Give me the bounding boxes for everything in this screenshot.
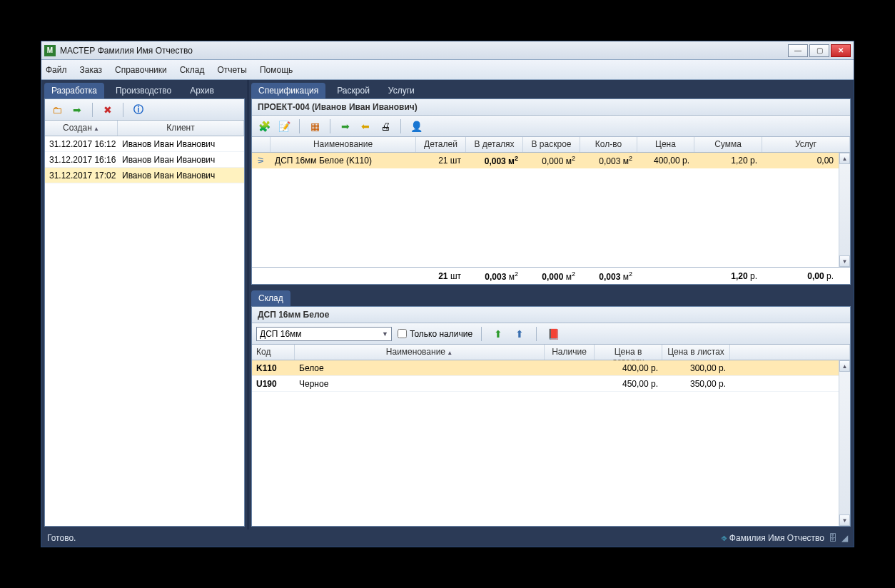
menu-file[interactable]: Файл bbox=[46, 65, 67, 75]
maximize-button[interactable]: ▢ bbox=[809, 44, 829, 57]
tab-stock[interactable]: Склад bbox=[251, 290, 290, 306]
spec-totals: 21 шт 0,003 м2 0,000 м2 0,003 м2 1,20 р.… bbox=[252, 267, 850, 284]
puzzle-icon[interactable]: 🧩 bbox=[256, 118, 272, 134]
order-row[interactable]: 31.12.2017 16:12 Иванов Иван Иванович bbox=[45, 136, 244, 152]
status-user: Фамилия Имя Отчество bbox=[729, 533, 824, 543]
scroll-up-icon[interactable]: ▲ bbox=[839, 153, 850, 164]
material-combo[interactable]: ДСП 16мм ▼ bbox=[256, 327, 392, 341]
status-text: Готово. bbox=[47, 533, 76, 543]
col-details[interactable]: Деталей bbox=[416, 137, 466, 152]
stock-rows: K110 Белое 400,00 р. 300,00 р. U190 Черн… bbox=[252, 360, 839, 526]
scroll-down-icon[interactable]: ▼ bbox=[839, 514, 850, 526]
col-pdet[interactable]: Цена в деталях bbox=[595, 345, 662, 360]
order-row[interactable]: 31.12.2017 17:02 Иванов Иван Иванович bbox=[45, 168, 244, 183]
col-client[interactable]: Клиент bbox=[118, 121, 244, 136]
open-order-icon[interactable]: ➡ bbox=[69, 102, 85, 118]
col-indetails[interactable]: В деталях bbox=[466, 137, 523, 152]
left-tabs: Разработка Производство Архив bbox=[41, 80, 248, 98]
stock-tabs: Склад bbox=[248, 288, 854, 306]
app-window: М МАСТЕР Фамилия Имя Отчество — ▢ ✕ Файл… bbox=[41, 41, 854, 547]
hierarchy-icon: ⚞ bbox=[257, 156, 265, 166]
col-price[interactable]: Цена bbox=[637, 137, 694, 152]
col-sname[interactable]: Наименование bbox=[295, 345, 545, 360]
menubar: Файл Заказ Справочники Склад Отчеты Помо… bbox=[41, 60, 854, 80]
stock-title: ДСП 16мм Белое bbox=[252, 307, 850, 323]
only-available-checkbox[interactable]: Только наличие bbox=[398, 329, 472, 339]
tab-production[interactable]: Производство bbox=[108, 83, 178, 98]
col-sum[interactable]: Сумма bbox=[694, 137, 762, 152]
statusbar: Готово. ⎆ Фамилия Имя Отчество 🗄 ◢ bbox=[41, 529, 854, 547]
scroll-down-icon[interactable]: ▼ bbox=[839, 255, 850, 267]
orders-rows: 31.12.2017 16:12 Иванов Иван Иванович 31… bbox=[45, 136, 244, 526]
window-title: МАСТЕР Фамилия Имя Отчество bbox=[60, 46, 193, 56]
arrow-up-green-icon[interactable]: ⬆ bbox=[490, 326, 506, 342]
scroll-up-icon[interactable]: ▲ bbox=[839, 360, 850, 372]
tab-development[interactable]: Разработка bbox=[44, 83, 104, 98]
grid-icon[interactable]: ▦ bbox=[307, 118, 323, 134]
col-icon bbox=[252, 137, 270, 152]
logout-icon[interactable]: ⎆ bbox=[722, 533, 727, 543]
export-icon[interactable]: ➡ bbox=[338, 118, 353, 134]
edit-icon[interactable]: 📝 bbox=[276, 118, 292, 134]
minimize-button[interactable]: — bbox=[788, 44, 808, 57]
menu-order[interactable]: Заказ bbox=[80, 65, 102, 75]
only-available-input[interactable] bbox=[398, 329, 407, 338]
info-icon[interactable]: ⓘ bbox=[131, 102, 146, 118]
stock-row[interactable]: U190 Черное 450,00 р. 350,00 р. bbox=[252, 376, 839, 392]
col-service[interactable]: Услуг bbox=[762, 137, 850, 152]
menu-stock[interactable]: Склад bbox=[180, 65, 205, 75]
book-icon[interactable]: 📕 bbox=[545, 326, 561, 342]
arrow-up-blue-icon[interactable]: ⬆ bbox=[512, 326, 527, 342]
col-avail[interactable]: Наличие bbox=[545, 345, 595, 360]
import-icon[interactable]: ⬅ bbox=[358, 118, 373, 134]
print-icon[interactable]: 🖨 bbox=[378, 118, 393, 134]
col-incut[interactable]: В раскрое bbox=[523, 137, 580, 152]
orders-toolbar: 🗀 ➡ ✖ ⓘ bbox=[45, 99, 244, 121]
spec-rows: ⚞ ДСП 16мм Белое (K110) 21 шт 0,003 м2 0… bbox=[252, 153, 839, 267]
stock-panel: ДСП 16мм Белое ДСП 16мм ▼ Только наличие… bbox=[251, 306, 851, 527]
spec-toolbar: 🧩 📝 ▦ ➡ ⬅ 🖨 👤 bbox=[252, 116, 850, 137]
menu-refs[interactable]: Справочники bbox=[115, 65, 167, 75]
menu-reports[interactable]: Отчеты bbox=[217, 65, 246, 75]
add-order-icon[interactable]: 🗀 bbox=[49, 102, 65, 118]
col-code[interactable]: Код bbox=[252, 345, 295, 360]
database-icon[interactable]: 🗄 bbox=[829, 533, 837, 543]
stock-header: Код Наименование Наличие Цена в деталях … bbox=[252, 345, 850, 360]
tab-archive[interactable]: Архив bbox=[183, 83, 221, 98]
stock-filterbar: ДСП 16мм ▼ Только наличие ⬆ ⬆ 📕 bbox=[252, 323, 850, 345]
app-icon: М bbox=[44, 45, 56, 56]
tab-services[interactable]: Услуги bbox=[381, 83, 422, 98]
col-created[interactable]: Создан bbox=[45, 121, 118, 136]
close-button[interactable]: ✕ bbox=[831, 44, 851, 57]
order-row[interactable]: 31.12.2017 16:16 Иванов Иван Иванович bbox=[45, 152, 244, 168]
col-plist[interactable]: Цена в листах bbox=[662, 345, 730, 360]
spec-panel: ПРОЕКТ-004 (Иванов Иван Иванович) 🧩 📝 ▦ … bbox=[251, 98, 851, 285]
user-icon[interactable]: 👤 bbox=[408, 118, 424, 134]
stock-row[interactable]: K110 Белое 400,00 р. 300,00 р. bbox=[252, 360, 839, 376]
spec-header: Наименование Деталей В деталях В раскрое… bbox=[252, 137, 850, 153]
tab-specification[interactable]: Спецификация bbox=[251, 83, 325, 98]
spec-tabs: Спецификация Раскрой Услуги bbox=[248, 80, 854, 98]
col-qty[interactable]: Кол-во bbox=[580, 137, 637, 152]
delete-order-icon[interactable]: ✖ bbox=[100, 102, 116, 118]
spec-scrollbar[interactable]: ▲ ▼ bbox=[839, 153, 850, 267]
project-title: ПРОЕКТ-004 (Иванов Иван Иванович) bbox=[252, 99, 850, 116]
chevron-down-icon: ▼ bbox=[382, 330, 388, 338]
spec-row[interactable]: ⚞ ДСП 16мм Белое (K110) 21 шт 0,003 м2 0… bbox=[252, 153, 839, 168]
stock-scrollbar[interactable]: ▲ ▼ bbox=[839, 360, 850, 526]
orders-header: Создан Клиент bbox=[45, 121, 244, 136]
col-name[interactable]: Наименование bbox=[270, 137, 416, 152]
resize-grip-icon[interactable]: ◢ bbox=[841, 533, 848, 543]
titlebar: М МАСТЕР Фамилия Имя Отчество — ▢ ✕ bbox=[41, 41, 854, 60]
tab-cutting[interactable]: Раскрой bbox=[330, 83, 377, 98]
menu-help[interactable]: Помощь bbox=[260, 65, 293, 75]
